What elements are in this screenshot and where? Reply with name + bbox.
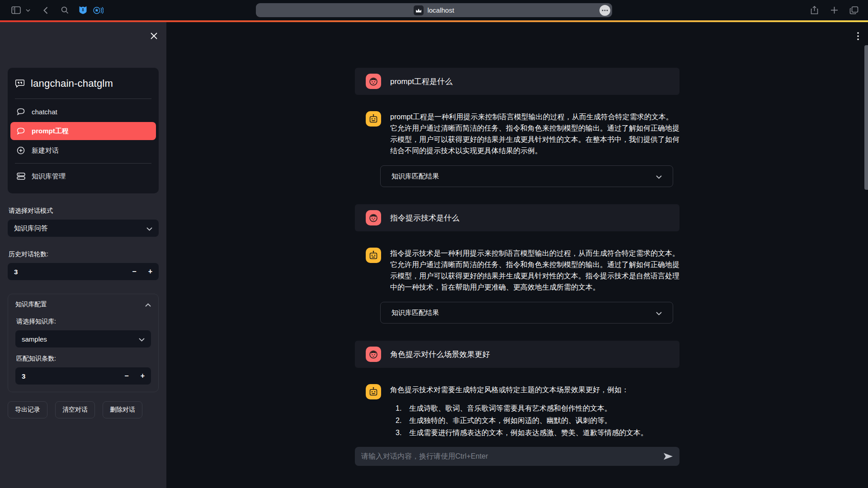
- kb-match-expander-label: 知识库匹配结果: [392, 172, 439, 181]
- assistant-message-text: 指令提示技术是一种利用提示来控制语言模型输出的过程，从而生成符合特定需求的文本。…: [390, 248, 679, 293]
- assistant-avatar: [366, 384, 381, 399]
- app-title: langchain-chatglm: [31, 78, 113, 89]
- export-history-button[interactable]: 导出记录: [8, 401, 47, 418]
- share-icon[interactable]: [807, 4, 822, 17]
- user-message-text: 角色提示对什么场景效果更好: [390, 349, 490, 360]
- mode-label: 请选择对话模式: [9, 207, 158, 215]
- divider: [15, 163, 151, 164]
- nav-item-chatchat[interactable]: chatchat: [15, 103, 151, 120]
- nav-card: langchain-chatglm chatchat prompt工程: [8, 68, 159, 193]
- sidebar-toggle-chevron-icon[interactable]: [24, 4, 33, 17]
- divider: [15, 99, 151, 99]
- topk-value: 3: [22, 372, 25, 380]
- topk-number-input[interactable]: 3 − +: [15, 367, 151, 385]
- site-favicon: [414, 5, 424, 15]
- user-message-text: 指令提示技术是什么: [390, 213, 459, 223]
- speech-bubble-icon: [16, 127, 26, 135]
- nav-item-prompt-engineering[interactable]: prompt工程: [10, 122, 156, 140]
- history-minus-button[interactable]: −: [132, 267, 136, 276]
- delete-chat-button[interactable]: 删除对话: [103, 401, 142, 418]
- app-title-row: langchain-chatglm: [15, 75, 151, 94]
- chevron-down-icon: [139, 335, 145, 343]
- chat-input[interactable]: [361, 452, 659, 460]
- list-item-text: 生成独特的、非正式的文本，例如闲适的、幽默的、讽刺的等。: [409, 414, 648, 427]
- mode-select-value: 知识库问答: [14, 224, 48, 233]
- send-icon[interactable]: [663, 453, 673, 460]
- user-message: prompt工程是什么: [355, 68, 679, 95]
- plus-circle-icon: [16, 146, 26, 155]
- kb-select[interactable]: samples: [15, 330, 151, 347]
- kb-config-expander-header[interactable]: 知识库配置: [15, 294, 151, 315]
- new-tab-icon[interactable]: [826, 4, 842, 17]
- back-icon[interactable]: [38, 4, 53, 17]
- search-icon[interactable]: [57, 4, 72, 17]
- history-plus-button[interactable]: +: [148, 267, 152, 276]
- mode-select[interactable]: 知识库问答: [8, 220, 159, 237]
- chat-input-container: [355, 447, 679, 466]
- kb-match-expander-label: 知识库匹配结果: [392, 309, 439, 317]
- topk-minus-button[interactable]: −: [124, 372, 128, 380]
- list-item-number: 1.: [396, 402, 409, 414]
- list-item-text: 生成诗歌、歌词、音乐歌词等需要具有艺术感和创作性的文本。: [409, 402, 648, 414]
- page-options-icon[interactable]: [599, 5, 610, 16]
- assistant-message: 指令提示技术是一种利用提示来控制语言模型输出的过程，从而生成符合特定需求的文本。…: [355, 248, 679, 293]
- tab-overview-icon[interactable]: [846, 4, 862, 17]
- user-avatar: [366, 347, 381, 362]
- assistant-message-text: 角色提示技术对需要生成特定风格或特定主题的文本场景效果更好，例如：: [390, 384, 648, 395]
- user-avatar: [366, 74, 381, 89]
- user-message: 角色提示对什么场景效果更好: [355, 341, 679, 368]
- chevron-up-icon: [145, 301, 151, 308]
- url-text: localhost: [427, 6, 454, 14]
- address-bar[interactable]: localhost: [256, 3, 612, 17]
- assistant-avatar: [366, 111, 381, 127]
- nav-item-label: chatchat: [32, 108, 57, 116]
- kb-select-value: samples: [22, 335, 47, 343]
- close-sidebar-icon[interactable]: [148, 30, 159, 41]
- assistant-message-text: prompt工程是一种利用提示来控制语言模型输出的过程，从而生成符合特定需求的文…: [390, 111, 679, 156]
- assistant-avatar: [366, 248, 381, 263]
- list-item-text: 生成需要进行情感表达的文本，例如表达感激、赞美、道歉等情感的文本。: [409, 427, 648, 439]
- assistant-message: 角色提示技术对需要生成特定风格或特定主题的文本场景效果更好，例如： 1. 生成诗…: [355, 384, 679, 439]
- nav-item-label: prompt工程: [32, 127, 69, 136]
- chevron-down-icon: [656, 309, 662, 317]
- main-area: prompt工程是什么 prompt工程是一种利用提示来控制语言模型输出的过程，…: [166, 22, 868, 488]
- list-item-number: 2.: [396, 414, 409, 427]
- nav-item-kb-manage[interactable]: 知识库管理: [15, 168, 151, 184]
- kb-config-title: 知识库配置: [15, 300, 47, 309]
- topk-label: 匹配知识条数:: [16, 355, 150, 363]
- topk-plus-button[interactable]: +: [141, 372, 145, 380]
- adblock-extension-icon[interactable]: [75, 4, 90, 17]
- chevron-down-icon: [656, 173, 662, 180]
- kb-config-expander: 知识库配置 请选择知识库: samples 匹配知识条数: 3: [8, 294, 159, 392]
- nav-item-label: 新建对话: [32, 146, 59, 155]
- list-item: 1. 生成诗歌、歌词、音乐歌词等需要具有艺术感和创作性的文本。: [390, 402, 648, 414]
- kb-match-expander[interactable]: 知识库匹配结果: [380, 302, 673, 324]
- list-item: 3. 生成需要进行情感表达的文本，例如表达感激、赞美、道歉等情感的文本。: [390, 427, 648, 439]
- browser-chrome: localhost: [0, 0, 868, 20]
- list-item-number: 3.: [396, 427, 409, 439]
- history-number-input[interactable]: 3 − +: [8, 263, 159, 280]
- user-message-text: prompt工程是什么: [390, 76, 453, 87]
- list-item: 2. 生成独特的、非正式的文本，例如闲适的、幽默的、讽刺的等。: [390, 414, 648, 427]
- kb-select-label: 请选择知识库:: [16, 318, 150, 326]
- assistant-message: prompt工程是一种利用提示来控制语言模型输出的过程，从而生成符合特定需求的文…: [355, 111, 679, 156]
- sidebar: langchain-chatglm chatchat prompt工程: [0, 22, 166, 488]
- history-value: 3: [14, 268, 18, 276]
- nav-item-new-chat[interactable]: 新建对话: [15, 142, 151, 159]
- sidebar-actions: 导出记录 清空对话 删除对话: [8, 401, 159, 418]
- history-label: 历史对话轮数:: [9, 250, 158, 258]
- assistant-message-list: 1. 生成诗歌、歌词、音乐歌词等需要具有艺术感和创作性的文本。 2. 生成独特的…: [390, 402, 648, 439]
- speech-bubble-icon: [16, 108, 26, 116]
- main-menu-icon[interactable]: [857, 32, 859, 42]
- focus-extension-icon[interactable]: [90, 4, 106, 17]
- nav-item-label: 知识库管理: [32, 172, 66, 181]
- user-message: 指令提示技术是什么: [355, 204, 679, 231]
- scrollbar[interactable]: [864, 45, 868, 190]
- sidebar-toggle-icon[interactable]: [8, 4, 24, 17]
- user-avatar: [366, 210, 381, 225]
- chevron-down-icon: [146, 225, 152, 232]
- chat-area: prompt工程是什么 prompt工程是一种利用提示来控制语言模型输出的过程，…: [355, 22, 679, 466]
- clear-chat-button[interactable]: 清空对话: [55, 401, 95, 418]
- kb-match-expander[interactable]: 知识库匹配结果: [380, 165, 673, 187]
- database-icon: [16, 173, 26, 180]
